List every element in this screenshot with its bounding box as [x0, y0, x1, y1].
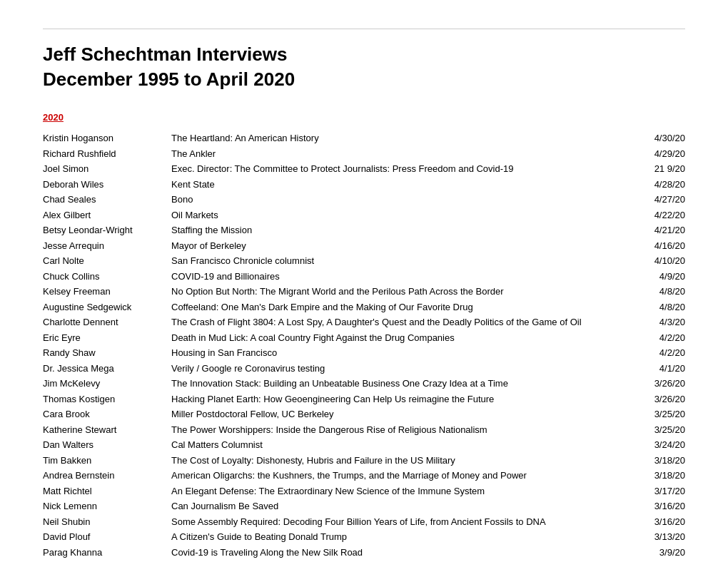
interview-title: Coffeeland: One Man's Dark Empire and th…: [171, 300, 635, 315]
interview-name: Neil Shubin: [43, 515, 171, 529]
interview-date: 3/18/20: [635, 469, 685, 483]
table-row: Richard RushfieldThe Ankler4/29/20: [43, 147, 685, 161]
interview-date: 4/21/20: [635, 223, 685, 237]
table-row: Cara BrookMiller Postdoctoral Fellow, UC…: [43, 407, 685, 422]
interview-name: Thomas Kostigen: [43, 392, 171, 407]
interview-title: A Citizen's Guide to Beating Donald Trum…: [171, 530, 635, 544]
interview-date: 3/16/20: [635, 515, 685, 529]
interview-name: Jim McKelevy: [43, 377, 171, 391]
interview-title: The Innovation Stack: Building an Unbeat…: [171, 377, 635, 391]
interview-date: 4/28/20: [635, 178, 685, 192]
interview-title: COVID-19 and Billionaires: [171, 270, 635, 284]
interview-name: Charlotte Dennent: [43, 315, 171, 329]
interview-name: Augustine Sedgewick: [43, 300, 171, 315]
interview-name: Dan Walters: [43, 438, 171, 452]
interview-date: 4/10/20: [635, 254, 685, 268]
table-row: Thomas KostigenHacking Planet Earth: How…: [43, 392, 685, 407]
interview-name: Tim Bakken: [43, 454, 171, 468]
table-row: Betsy Leondar-WrightStaffing the Mission…: [43, 223, 685, 237]
interview-name: Alex Gilbert: [43, 208, 171, 223]
interview-name: Kristin Hoganson: [43, 131, 171, 145]
table-row: Charlotte DennentThe Crash of Flight 380…: [43, 315, 685, 329]
interview-name: Betsy Leondar-Wright: [43, 223, 171, 237]
interview-date: 4/9/20: [635, 270, 685, 284]
table-row: Alex GilbertOil Markets4/22/20: [43, 208, 685, 223]
interview-title: Some Assembly Required: Decoding Four Bi…: [171, 515, 635, 529]
interview-date: 4/1/20: [635, 362, 685, 376]
interview-date: 3/24/20: [635, 438, 685, 452]
table-row: Augustine SedgewickCoffeeland: One Man's…: [43, 300, 685, 315]
table-row: Chad SealesBono4/27/20: [43, 193, 685, 207]
table-row: Joel SimonExec. Director: The Committee …: [43, 162, 685, 176]
interview-title: American Oligarchs: the Kushners, the Tr…: [171, 469, 635, 483]
interview-title: Covid-19 is Traveling Along the New Silk…: [171, 546, 635, 560]
interview-date: 3/25/20: [635, 407, 685, 422]
interview-date: 4/8/20: [635, 300, 685, 315]
interview-date: 3/16/20: [635, 499, 685, 514]
interview-date: 4/22/20: [635, 208, 685, 223]
interview-title: Housing in San Francisco: [171, 346, 635, 360]
table-row: Chuck CollinsCOVID-19 and Billionaires4/…: [43, 270, 685, 284]
interview-title: No Option But North: The Migrant World a…: [171, 285, 635, 299]
table-row: Matt RichtelAn Elegant Defense: The Extr…: [43, 484, 685, 499]
table-row: Dr. Jessica MegaVerily / Google re Coron…: [43, 362, 685, 376]
interview-date: 3/26/20: [635, 392, 685, 407]
table-row: Parag KhannaCovid-19 is Traveling Along …: [43, 546, 685, 560]
interview-date: 3/25/20: [635, 423, 685, 437]
table-row: Eric EyreDeath in Mud Lick: A coal Count…: [43, 331, 685, 345]
interview-name: Parag Khanna: [43, 546, 171, 560]
interview-date: 3/9/20: [635, 546, 685, 560]
interview-title: The Heartland: An American History: [171, 131, 635, 145]
interview-title: Hacking Planet Earth: How Geoengineering…: [171, 392, 635, 407]
interview-name: Matt Richtel: [43, 484, 171, 499]
table-row: David PloufA Citizen's Guide to Beating …: [43, 530, 685, 544]
interview-name: Nick Lemenn: [43, 499, 171, 514]
year-heading: 2020: [43, 112, 685, 123]
interview-date: 3/17/20: [635, 484, 685, 499]
interview-name: Carl Nolte: [43, 254, 171, 268]
interview-title: Mayor of Berkeley: [171, 239, 635, 253]
interview-name: Joel Simon: [43, 162, 171, 176]
interview-date: 3/18/20: [635, 454, 685, 468]
interview-title: The Ankler: [171, 147, 635, 161]
interview-name: Kelsey Freeman: [43, 285, 171, 299]
interview-list: Kristin HogansonThe Heartland: An Americ…: [43, 131, 685, 562]
interview-title: Kent State: [171, 178, 635, 192]
interview-date: 4/30/20: [635, 131, 685, 145]
interview-title: The Crash of Flight 3804: A Lost Spy, A …: [171, 315, 635, 329]
interview-name: Deborah Wiles: [43, 178, 171, 192]
interview-name: Andrea Bernstein: [43, 469, 171, 483]
interview-date: 21 9/20: [635, 162, 685, 176]
table-row: Kristin HogansonThe Heartland: An Americ…: [43, 131, 685, 145]
interview-name: Eric Eyre: [43, 331, 171, 345]
interview-title: San Francisco Chronicle columnist: [171, 254, 635, 268]
interview-name: Chad Seales: [43, 193, 171, 207]
page-title-line1: Jeff Schechtman Interviews: [43, 44, 685, 66]
interview-name: Cara Brook: [43, 407, 171, 422]
interview-title: Oil Markets: [171, 208, 635, 223]
table-row: Deborah WilesKent State4/28/20: [43, 178, 685, 192]
page-title-line2: December 1995 to April 2020: [43, 68, 685, 91]
interview-name: Jesse Arrequin: [43, 239, 171, 253]
table-row: Kelsey FreemanNo Option But North: The M…: [43, 285, 685, 299]
interview-title: Can Journalism Be Saved: [171, 499, 635, 514]
interview-title: Cal Matters Columnist: [171, 438, 635, 452]
table-row: Carl NolteSan Francisco Chronicle column…: [43, 254, 685, 268]
table-row: Dan WaltersCal Matters Columnist3/24/20: [43, 438, 685, 452]
interview-date: 4/29/20: [635, 147, 685, 161]
interview-title: Verily / Google re Coronavirus testing: [171, 362, 635, 376]
table-row: Jim McKelevyThe Innovation Stack: Buildi…: [43, 377, 685, 391]
interview-name: Katherine Stewart: [43, 423, 171, 437]
interview-date: 4/3/20: [635, 315, 685, 329]
table-row: Jesse ArrequinMayor of Berkeley4/16/20: [43, 239, 685, 253]
interview-date: 4/2/20: [635, 331, 685, 345]
interview-date: 4/8/20: [635, 285, 685, 299]
table-row: Andrea BernsteinAmerican Oligarchs: the …: [43, 469, 685, 483]
table-row: Tim BakkenThe Cost of Loyalty: Dishonest…: [43, 454, 685, 468]
interview-title: The Power Worshippers: Inside the Danger…: [171, 423, 635, 437]
interview-title: The Cost of Loyalty: Dishonesty, Hubris …: [171, 454, 635, 468]
interview-date: 4/2/20: [635, 346, 685, 360]
interview-title: Exec. Director: The Committee to Protect…: [171, 162, 635, 176]
table-row: Nick LemennCan Journalism Be Saved3/16/2…: [43, 499, 685, 514]
table-row: Randy ShawHousing in San Francisco4/2/20: [43, 346, 685, 360]
